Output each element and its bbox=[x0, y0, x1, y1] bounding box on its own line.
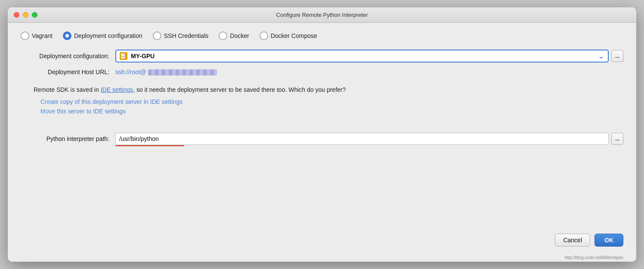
radio-docker[interactable]: Docker bbox=[219, 31, 249, 40]
error-underline bbox=[115, 145, 184, 146]
sftp-icon-inner: sftp bbox=[120, 52, 127, 60]
radio-label-ssh: SSH Credentials bbox=[164, 32, 209, 39]
deployment-host-field: ssh://root@ bbox=[115, 69, 623, 75]
action-move-word: Move bbox=[40, 108, 55, 115]
deployment-config-select[interactable]: sftp MY-GPU ⌄ bbox=[115, 50, 609, 63]
ide-settings-link[interactable]: IDE settings bbox=[101, 86, 133, 93]
python-path-label: Python interpreter path: bbox=[21, 135, 115, 142]
python-path-browse-button[interactable]: ... bbox=[611, 133, 623, 145]
minimize-button[interactable] bbox=[23, 12, 28, 18]
svg-text:sftp: sftp bbox=[121, 56, 124, 57]
dialog-content: Vagrant Deployment configuration SSH Cre… bbox=[8, 23, 636, 227]
deployment-host-url[interactable]: ssh://root@ bbox=[115, 69, 217, 75]
url-prefix: ssh://root@ bbox=[115, 69, 146, 75]
deployment-host-row: Deployment Host URL: ssh://root@ bbox=[21, 69, 623, 75]
cancel-button[interactable]: Cancel bbox=[555, 234, 590, 247]
blurred-ip bbox=[148, 69, 217, 75]
radio-ssh[interactable]: SSH Credentials bbox=[153, 31, 209, 40]
select-arrow-icon: ⌄ bbox=[598, 51, 604, 61]
radio-label-docker: Docker bbox=[230, 32, 249, 39]
radio-options-row: Vagrant Deployment configuration SSH Cre… bbox=[21, 31, 623, 40]
python-path-input[interactable] bbox=[115, 133, 609, 145]
action-create-link[interactable]: Create copy of this deployment server in… bbox=[40, 98, 623, 105]
window-title: Configure Remote Python Interpreter bbox=[276, 12, 368, 18]
radio-label-docker-compose: Docker Compose bbox=[271, 32, 317, 39]
python-path-field: ... bbox=[115, 133, 623, 145]
deployment-config-row: Deployment configuration: sftp MY-GPU bbox=[21, 50, 623, 63]
action-move-text: this server to IDE settings bbox=[55, 108, 125, 115]
info-text-after: , so it needs the deployment server to b… bbox=[133, 86, 346, 93]
traffic-lights bbox=[14, 12, 37, 18]
file-icon-svg: sftp bbox=[121, 53, 127, 59]
close-button[interactable] bbox=[14, 12, 19, 18]
radio-circle-vagrant[interactable] bbox=[21, 31, 29, 40]
radio-vagrant[interactable]: Vagrant bbox=[21, 31, 53, 40]
radio-docker-compose[interactable]: Docker Compose bbox=[260, 31, 317, 40]
info-text-before: Remote SDK is saved in bbox=[34, 86, 101, 93]
deployment-config-browse-button[interactable]: ... bbox=[611, 50, 623, 62]
radio-deployment[interactable]: Deployment configuration bbox=[63, 31, 142, 40]
action-create-word: Create bbox=[40, 98, 59, 105]
watermark: http://blog.csdn.net/lAWordpan bbox=[8, 255, 636, 262]
dialog-window: Configure Remote Python Interpreter Vagr… bbox=[8, 7, 636, 262]
deployment-config-label: Deployment configuration: bbox=[21, 53, 115, 59]
python-path-row: Python interpreter path: ... bbox=[21, 133, 623, 145]
deployment-host-label: Deployment Host URL: bbox=[21, 69, 115, 75]
sftp-icon: sftp bbox=[120, 52, 127, 60]
info-text: Remote SDK is saved in IDE settings, so … bbox=[34, 85, 623, 94]
python-path-input-wrapper bbox=[115, 133, 609, 145]
action-move-link[interactable]: Move this server to IDE settings bbox=[40, 108, 623, 115]
action-create-text: copy of this deployment server in IDE se… bbox=[59, 98, 183, 105]
dialog-footer: Cancel OK bbox=[8, 227, 636, 255]
deployment-config-field: sftp MY-GPU ⌄ ... bbox=[115, 50, 623, 63]
radio-label-deployment: Deployment configuration bbox=[74, 32, 142, 39]
deployment-config-value: MY-GPU bbox=[131, 53, 594, 59]
radio-label-vagrant: Vagrant bbox=[32, 32, 53, 39]
radio-circle-deployment[interactable] bbox=[63, 31, 71, 40]
radio-circle-docker[interactable] bbox=[219, 31, 227, 40]
radio-circle-ssh[interactable] bbox=[153, 31, 161, 40]
info-section: Remote SDK is saved in IDE settings, so … bbox=[21, 85, 623, 117]
radio-circle-docker-compose[interactable] bbox=[260, 31, 268, 40]
ok-button[interactable]: OK bbox=[594, 234, 623, 247]
titlebar: Configure Remote Python Interpreter bbox=[8, 7, 636, 23]
maximize-button[interactable] bbox=[32, 12, 37, 18]
